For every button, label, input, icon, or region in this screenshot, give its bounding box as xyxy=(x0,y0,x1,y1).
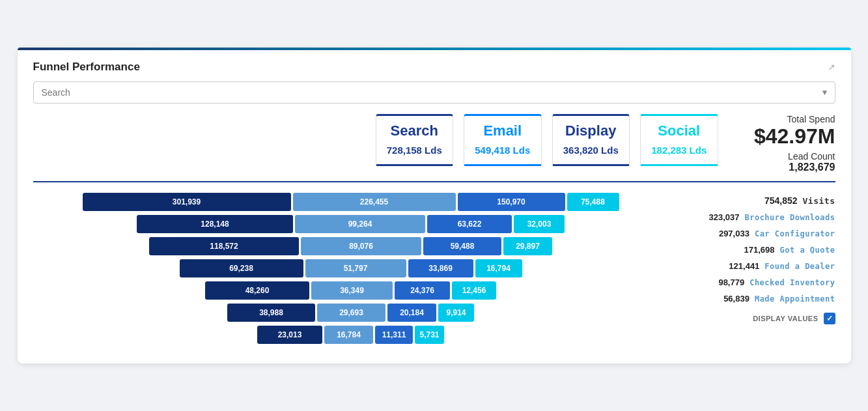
search-bar: ▼ xyxy=(33,81,835,104)
total-spend-value: $42.97M xyxy=(729,124,835,149)
metric-label: Got a Quote xyxy=(780,246,835,255)
metric-label: Brochure Downloads xyxy=(744,213,835,222)
channel-leads-search: 728,158 Lds xyxy=(376,145,453,156)
bar-row: 128,14899,26463,62232,003 xyxy=(33,215,669,233)
funnel-bar: 75,488 xyxy=(567,193,619,211)
channel-leads-display: 363,820 Lds xyxy=(553,145,630,156)
funnel-bar: 48,260 xyxy=(205,281,309,300)
channel-tab-social[interactable]: Social182,283 Lds xyxy=(640,114,718,165)
funnel-bar: 5,731 xyxy=(415,326,444,344)
metric-value: 121,441 xyxy=(720,261,759,271)
funnel-bar: 29,897 xyxy=(503,237,552,255)
funnel-performance-card: Funnel Performance ↗ ▼ Search728,158 Lds… xyxy=(18,48,851,363)
funnel-bar: 20,184 xyxy=(387,304,436,322)
metric-row: 323,037Brochure Downloads xyxy=(679,210,835,225)
funnel-bar: 33,869 xyxy=(408,259,473,277)
funnel-bar: 32,003 xyxy=(514,215,565,233)
display-values-label: DISPLAY VALUES xyxy=(753,315,818,322)
funnel-bar: 150,970 xyxy=(458,193,565,211)
channel-tab-search[interactable]: Search728,158 Lds xyxy=(376,114,454,165)
lead-count-label: Lead Count xyxy=(729,151,835,162)
funnel-bar: 63,622 xyxy=(427,215,512,233)
bar-row: 23,01316,78411,3115,731 xyxy=(33,326,669,344)
metric-label: Found a Dealer xyxy=(764,262,835,271)
funnel-area: 301,939226,455150,97075,488128,14899,264… xyxy=(33,193,835,348)
search-input[interactable] xyxy=(33,81,835,104)
funnel-bar: 12,456 xyxy=(452,281,496,300)
funnel-bar: 9,914 xyxy=(438,304,474,322)
funnel-bar: 36,349 xyxy=(311,281,393,300)
metric-value: 297,033 xyxy=(710,229,749,238)
total-panel: Total Spend $42.97M Lead Count 1,823,679 xyxy=(718,114,835,173)
metric-label: Checked Inventory xyxy=(749,278,835,287)
funnel-bar: 69,238 xyxy=(180,259,303,277)
expand-icon[interactable]: ↗ xyxy=(828,62,835,72)
funnel-bar: 301,939 xyxy=(83,193,291,211)
metric-value: 754,852 xyxy=(759,195,798,206)
lead-count-value: 1,823,679 xyxy=(729,162,835,173)
card-header: Funnel Performance ↗ xyxy=(33,61,835,74)
total-spend-label: Total Spend xyxy=(729,114,835,124)
funnel-bar: 99,264 xyxy=(295,215,425,233)
metric-row: 121,441Found a Dealer xyxy=(679,259,835,274)
channel-name-social: Social xyxy=(641,122,718,139)
metric-label: Car Configurator xyxy=(755,229,835,238)
bar-row: 38,98829,69320,1849,914 xyxy=(33,304,669,322)
metric-row: 171,698Got a Quote xyxy=(679,242,835,257)
funnel-bar: 51,797 xyxy=(305,259,406,277)
metric-row: 297,033Car Configurator xyxy=(679,226,835,241)
funnel-bar: 38,988 xyxy=(227,304,315,322)
funnel-bar: 89,076 xyxy=(301,237,421,255)
bar-row: 48,26036,34924,37612,456 xyxy=(33,281,669,300)
metric-row: 56,839Made Appointment xyxy=(679,291,835,306)
funnel-bar: 226,455 xyxy=(293,193,456,211)
funnel-bar: 118,572 xyxy=(149,237,299,255)
funnel-bar: 59,488 xyxy=(423,237,501,255)
page-title: Funnel Performance xyxy=(33,61,140,74)
metric-value: 56,839 xyxy=(710,294,749,304)
metric-label: Made Appointment xyxy=(755,294,835,304)
metric-value: 171,698 xyxy=(736,245,775,255)
bars-section: 301,939226,455150,97075,488128,14899,264… xyxy=(33,193,669,348)
top-accent-bar xyxy=(18,48,851,50)
funnel-bar: 16,784 xyxy=(324,326,373,344)
metric-value: 323,037 xyxy=(700,212,739,222)
metric-row: 98,779Checked Inventory xyxy=(679,275,835,290)
funnel-bar: 24,376 xyxy=(395,281,450,300)
display-values-row: DISPLAY VALUES xyxy=(679,313,835,324)
bar-row: 69,23851,79733,86916,794 xyxy=(33,259,669,277)
channel-leads-social: 182,283 Lds xyxy=(641,145,718,156)
funnel-bar: 23,013 xyxy=(257,326,322,344)
channel-name-email: Email xyxy=(464,122,541,139)
channel-name-display: Display xyxy=(553,122,630,139)
dropdown-arrow-icon: ▼ xyxy=(821,88,829,97)
metric-label: Visits xyxy=(803,196,835,206)
metric-value: 98,779 xyxy=(705,277,744,287)
funnel-bar: 29,693 xyxy=(317,304,385,322)
bar-row: 301,939226,455150,97075,488 xyxy=(33,193,669,211)
channel-tab-display[interactable]: Display363,820 Lds xyxy=(552,114,630,165)
funnel-bar: 16,794 xyxy=(475,259,522,277)
channel-tabs: Search728,158 LdsEmail549,418 LdsDisplay… xyxy=(376,114,718,165)
funnel-bar: 11,311 xyxy=(375,326,413,344)
funnel-bar: 128,148 xyxy=(137,215,293,233)
display-values-checkbox[interactable] xyxy=(824,313,835,324)
section-divider xyxy=(33,181,835,182)
channel-leads-email: 549,418 Lds xyxy=(464,145,541,156)
channel-name-search: Search xyxy=(376,122,453,139)
channel-tab-email[interactable]: Email549,418 Lds xyxy=(464,114,542,165)
bar-row: 118,57289,07659,48829,897 xyxy=(33,237,669,255)
metrics-section: 754,852Visits323,037Brochure Downloads29… xyxy=(679,193,835,348)
metric-row: 754,852Visits xyxy=(679,193,835,208)
